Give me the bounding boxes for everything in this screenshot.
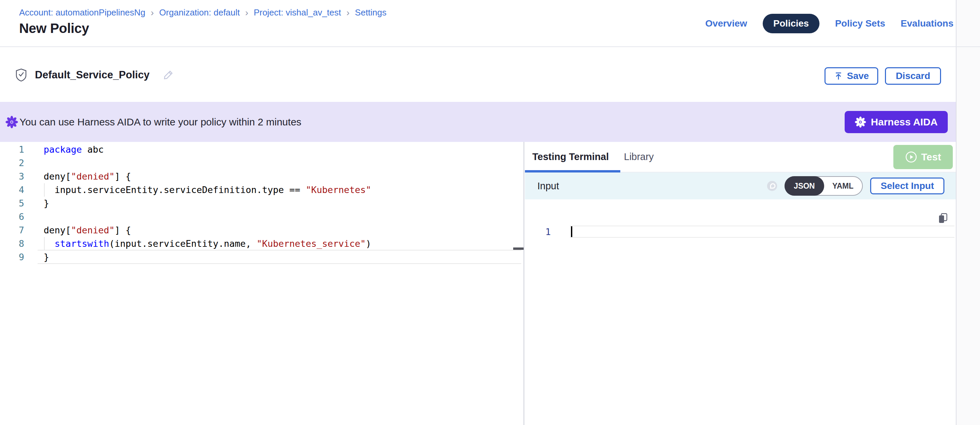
page-title: New Policy [19,21,89,36]
harness-aida-button[interactable]: Harness AIDA [845,111,948,133]
input-editor-line: 1 [525,225,956,239]
save-label: Save [847,70,869,81]
line-number: 9 [0,251,24,264]
aida-flower-icon-white [855,116,866,128]
breadcrumb-separator: › [347,8,350,17]
code-text [24,210,44,224]
breadcrumb-link[interactable]: Settings [355,7,387,18]
upload-icon [834,72,843,81]
policy-code-editor[interactable]: 1package abc23deny["denied"] {4 input.se… [0,142,524,425]
code-text: } [24,197,49,210]
line-number: 7 [0,224,24,237]
code-text: deny["denied"] { [24,224,131,237]
line-number: 1 [0,143,24,157]
overview-ruler-cursor-mark [513,248,523,250]
code-token: ) [366,238,371,249]
tab-policy-sets[interactable]: Policy Sets [835,18,885,29]
code-lines: 1package abc23deny["denied"] {4 input.se… [0,143,523,264]
new-policy-page: Account: automationPipelinesNg›Organizat… [0,0,980,425]
tab-policies[interactable]: Policies [763,14,820,33]
indent-guide [44,237,45,251]
format-option-yaml[interactable]: YAML [824,182,862,191]
tab-evaluations[interactable]: Evaluations [901,18,953,29]
aida-banner-message: You can use Harness AIDA to write your p… [19,116,301,128]
code-token: package [44,144,82,155]
test-label: Test [921,151,941,163]
select-input-button[interactable]: Select Input [870,177,944,194]
breadcrumb-link[interactable]: Project: vishal_av_test [254,7,341,18]
code-line[interactable]: 8 startswith(input.serviceEntity.name, "… [0,237,523,251]
page-header: Account: automationPipelinesNg›Organizat… [0,0,980,47]
code-token: (input.serviceEntity.name, [109,238,256,249]
discard-button[interactable]: Discard [885,67,941,85]
code-text: } [24,251,49,264]
indent-guide [44,183,45,197]
tab-library[interactable]: Library [624,151,654,162]
code-token: deny[ [44,171,71,182]
policy-toolbar: Default_Service_Policy Save Discard [0,48,956,102]
code-line[interactable]: 7deny["denied"] { [0,224,523,237]
text-cursor [571,226,572,237]
code-token: deny[ [44,225,71,235]
code-text: input.serviceEntity.serviceDefinition.ty… [24,183,371,197]
code-line[interactable]: 1package abc [0,143,523,157]
code-line[interactable]: 2 [0,157,523,170]
discard-label: Discard [896,70,930,81]
code-text [24,157,44,170]
code-line[interactable]: 6 [0,210,523,224]
code-token: ] { [115,171,131,182]
line-number: 2 [0,157,24,170]
save-button[interactable]: Save [824,67,878,85]
code-line[interactable]: 3deny["denied"] { [0,170,523,183]
play-circle-icon [905,151,917,163]
line-number: 4 [0,183,24,197]
code-token: "denied" [71,225,115,235]
input-source-icon [767,181,777,191]
testing-panel-tabs: Testing TerminalLibrary [525,142,956,173]
copy-icon[interactable] [937,212,949,224]
code-token: input.serviceEntity.serviceDefinition.ty… [44,185,305,195]
code-text: deny["denied"] { [24,170,131,183]
testing-panel: Testing TerminalLibrary Test Input JSON … [525,142,956,425]
input-controls: JSON YAML Select Input [767,176,944,196]
edit-pencil-icon[interactable] [162,69,174,81]
tab-testing-terminal[interactable]: Testing Terminal [532,151,609,162]
breadcrumb-separator: › [245,8,248,17]
harness-aida-label: Harness AIDA [871,116,938,128]
input-section-header: Input JSON YAML Select Input [525,173,956,200]
test-button[interactable]: Test [893,145,953,169]
select-input-label: Select Input [881,181,934,191]
active-tab-underline [525,170,620,173]
line-number: 5 [0,197,24,210]
code-token: "Kubernetes" [305,185,371,195]
tab-overview[interactable]: Overview [705,18,747,29]
code-token: abc [82,144,104,155]
format-option-json[interactable]: JSON [784,176,824,196]
main-area: 1package abc23deny["denied"] {4 input.se… [0,142,956,425]
shield-check-icon [16,68,27,82]
line-number: 1 [525,225,551,239]
code-token: } [44,198,49,208]
breadcrumb-link[interactable]: Account: automationPipelinesNg [19,7,145,18]
code-token: startswith [55,238,110,249]
line-number: 3 [0,170,24,183]
code-text: startswith(input.serviceEntity.name, "Ku… [24,237,371,251]
code-token: } [44,252,49,262]
code-token: "denied" [71,171,115,182]
right-gutter [956,0,980,425]
input-label: Input [537,181,559,192]
breadcrumb-link[interactable]: Organization: default [159,7,240,18]
code-token: ] { [115,225,131,235]
input-editor[interactable]: 1 [525,200,956,425]
aida-flower-icon [5,116,18,128]
format-toggle[interactable]: JSON YAML [784,176,863,196]
line-number: 8 [0,237,24,251]
policy-identity: Default_Service_Policy [16,48,174,102]
module-tabs: OverviewPoliciesPolicy SetsEvaluations [705,0,953,47]
code-line[interactable]: 4 input.serviceEntity.serviceDefinition.… [0,183,523,197]
breadcrumb-separator: › [151,8,154,17]
code-text: package abc [24,143,104,157]
code-line[interactable]: 9} [0,251,523,264]
code-line[interactable]: 5} [0,197,523,210]
code-token [44,238,55,249]
